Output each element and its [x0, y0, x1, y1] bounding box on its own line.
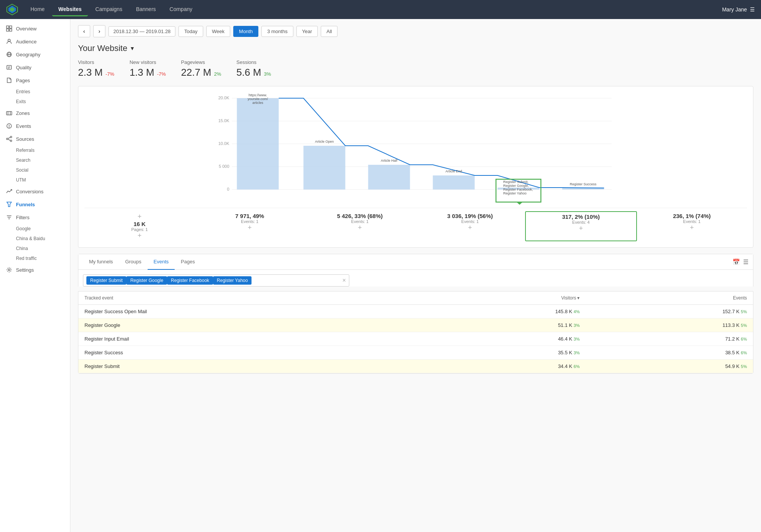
filter-tag-register-submit[interactable]: Register Submit	[86, 276, 126, 285]
funnel-step-6: 236, 1% (74%) Events: 1 +	[637, 211, 747, 241]
filter-tag-register-google[interactable]: Register Google	[126, 276, 167, 285]
svg-rect-5	[6, 29, 9, 31]
sidebar-sub-entries[interactable]: Entries	[0, 87, 70, 97]
next-period-button[interactable]: ›	[93, 25, 105, 37]
conversions-icon	[6, 188, 12, 194]
svg-line-23	[8, 137, 10, 139]
svg-text:Register Yahoo: Register Yahoo	[503, 191, 527, 195]
sidebar-item-funnels[interactable]: Funnels	[0, 198, 70, 211]
add-step-after-5[interactable]: +	[579, 225, 583, 232]
svg-text:0: 0	[227, 187, 229, 191]
step5-sub: Events: 4	[527, 220, 635, 225]
step1-sub: Pages: 1	[86, 227, 193, 232]
sidebar-sub-utm[interactable]: UTM	[0, 175, 70, 185]
svg-text:https://www.: https://www.	[248, 93, 267, 97]
sidebar-sub-social[interactable]: Social	[0, 165, 70, 175]
tab-events[interactable]: Events	[148, 254, 175, 270]
svg-line-24	[8, 139, 10, 140]
add-step-before-1[interactable]: +	[137, 213, 142, 220]
sidebar-item-audience[interactable]: Audience	[0, 35, 70, 48]
period-all-button[interactable]: All	[321, 26, 338, 37]
add-step-after-3[interactable]: +	[358, 224, 362, 231]
nav-company[interactable]: Company	[164, 3, 199, 16]
event-name: Register Submit	[78, 360, 419, 373]
svg-text:Article End: Article End	[446, 169, 462, 173]
stat-visitors-label: Visitors	[78, 59, 114, 65]
nav-banners[interactable]: Banners	[130, 3, 162, 16]
sidebar-item-conversions[interactable]: Conversions	[0, 185, 70, 198]
stat-new-visitors-change: -7%	[157, 71, 166, 77]
add-step-after-1[interactable]: +	[137, 232, 142, 239]
zones-icon	[6, 110, 12, 116]
pages-icon	[6, 77, 12, 83]
sidebar-sub-china-baidu[interactable]: China & Baidu	[0, 234, 70, 244]
filter-search-input[interactable]	[252, 278, 342, 284]
sidebar-sub-exits[interactable]: Exits	[0, 97, 70, 107]
sidebar-sub-referrals[interactable]: Referrals	[0, 145, 70, 155]
prev-period-button[interactable]: ‹	[78, 25, 90, 37]
funnel-step-3: 5 426, 33% (68%) Events: 1 +	[305, 211, 415, 241]
sidebar-item-settings[interactable]: Settings	[0, 263, 70, 276]
bar-step4[interactable]	[433, 175, 475, 190]
sidebar-item-sources[interactable]: Sources	[0, 132, 70, 145]
calendar-view-icon[interactable]: 📅	[732, 258, 740, 266]
svg-text:Article Half: Article Half	[381, 159, 398, 162]
main-content: ‹ › 2018.12.30 — 2019.01.28 Today Week M…	[70, 19, 761, 532]
user-menu[interactable]: Mary Jane ☰	[722, 6, 755, 13]
event-name: Register Google	[78, 319, 419, 332]
nav-home[interactable]: Home	[24, 3, 51, 16]
nav-campaigns[interactable]: Campaigns	[89, 3, 129, 16]
visitors-value: 145.8 K 4%	[419, 305, 586, 319]
website-dropdown-icon[interactable]: ▼	[130, 45, 135, 51]
tabs-container: My funnels Groups Events Pages 📅 ☰ Regis…	[78, 254, 753, 287]
sidebar-item-filters[interactable]: Filters	[0, 211, 70, 224]
bar-step2[interactable]	[304, 146, 345, 190]
stat-pageviews-value: 22.7 M 2%	[181, 67, 221, 78]
filter-tag-register-facebook[interactable]: Register Facebook	[167, 276, 213, 285]
sidebar-item-geography[interactable]: Geography	[0, 48, 70, 61]
user-menu-icon: ☰	[750, 6, 755, 13]
bar-step3[interactable]	[368, 165, 410, 190]
filter-clear-button[interactable]: ×	[342, 277, 346, 284]
stats-row: Visitors 2.3 M -7% New visitors 1.3 M -7…	[78, 59, 753, 78]
period-week-button[interactable]: Week	[206, 26, 230, 37]
tab-groups[interactable]: Groups	[119, 254, 148, 270]
sidebar-sub-google[interactable]: Google	[0, 224, 70, 234]
period-3months-button[interactable]: 3 months	[261, 26, 293, 37]
tab-my-funnels[interactable]: My funnels	[83, 254, 119, 270]
add-step-after-2[interactable]: +	[248, 224, 252, 231]
sidebar-item-events[interactable]: Events	[0, 119, 70, 132]
step2-value: 7 971, 49%	[196, 213, 304, 219]
tab-pages[interactable]: Pages	[175, 254, 201, 270]
sidebar-sub-search[interactable]: Search	[0, 155, 70, 165]
sidebar-item-pages[interactable]: Pages	[0, 74, 70, 87]
col-visitors[interactable]: Visitors ▾	[419, 291, 586, 305]
overview-icon	[6, 25, 12, 32]
quality-icon	[6, 64, 12, 70]
sidebar-sub-red-traffic[interactable]: Red traffic	[0, 253, 70, 263]
bar-step1[interactable]	[237, 98, 279, 190]
sidebar-item-zones[interactable]: Zones	[0, 107, 70, 119]
period-today-button[interactable]: Today	[178, 26, 203, 37]
period-year-button[interactable]: Year	[296, 26, 318, 37]
add-step-after-4[interactable]: +	[468, 224, 472, 231]
sidebar-label-quality: Quality	[16, 65, 31, 70]
list-view-icon[interactable]: ☰	[743, 258, 748, 266]
table-body: Register Success Open Mail 145.8 K 4% 15…	[78, 305, 753, 373]
stat-new-visitors: New visitors 1.3 M -7%	[129, 59, 166, 78]
stat-pageviews-label: Pageviews	[181, 59, 221, 65]
visitors-value: 51.1 K 3%	[419, 319, 586, 332]
add-step-after-6[interactable]: +	[690, 224, 694, 231]
sidebar-item-overview[interactable]: Overview	[0, 22, 70, 35]
sidebar-label-sources: Sources	[16, 136, 34, 142]
tabs-actions: 📅 ☰	[732, 258, 748, 266]
sidebar-item-quality[interactable]: Quality	[0, 61, 70, 74]
data-table-container: Tracked event Visitors ▾ Events Register…	[78, 291, 753, 374]
filter-tag-register-yahoo[interactable]: Register Yahoo	[213, 276, 252, 285]
svg-text:20.0K: 20.0K	[218, 96, 229, 100]
sidebar-sub-china[interactable]: China	[0, 244, 70, 253]
period-month-button[interactable]: Month	[233, 26, 258, 37]
geography-icon	[6, 51, 12, 57]
nav-websites[interactable]: Websites	[52, 3, 88, 16]
step3-value: 5 426, 33% (68%)	[306, 213, 414, 219]
